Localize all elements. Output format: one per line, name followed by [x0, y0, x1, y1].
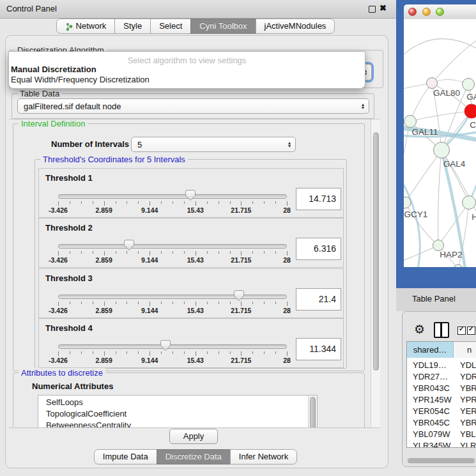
slider-tick	[196, 302, 196, 306]
network-node-label: H	[472, 212, 476, 222]
bottom-tab-bar: Impute DataDiscretize DataInfer Network	[0, 449, 391, 466]
cell-name: YBR0	[460, 417, 476, 429]
slider-tick	[150, 201, 150, 206]
threshold-slider-thumb[interactable]	[185, 190, 196, 201]
combo-value: galFiltered.sif default node	[24, 102, 121, 111]
settings-scrollbar-thumb[interactable]	[373, 132, 379, 371]
bottom-tab-discretize-data[interactable]: Discretize Data	[157, 449, 231, 464]
zoom-traffic-light[interactable]	[436, 8, 444, 16]
table-row[interactable]: YPR145WYPR1	[407, 394, 476, 406]
float-window-icon[interactable]	[369, 6, 376, 13]
attribute-list-item[interactable]: BetweennessCentrality	[38, 420, 317, 428]
attribute-list-item[interactable]: TopologicalCoefficient	[38, 408, 317, 420]
slider-tick	[241, 351, 242, 356]
table-row[interactable]: YBR043CYBR0	[407, 383, 476, 394]
slider-tick	[184, 351, 185, 354]
table-row[interactable]: YDL19…YDL1	[407, 360, 476, 371]
bottom-tab-infer-network[interactable]: Infer Network	[230, 449, 297, 464]
slider-tick	[196, 351, 196, 356]
threshold-slider-track[interactable]	[58, 295, 287, 299]
network-node[interactable]	[404, 116, 417, 128]
slider-tick	[70, 302, 70, 304]
threshold-slider-track[interactable]	[58, 194, 287, 199]
table-row[interactable]: YLR345WYLR3	[407, 440, 476, 448]
table-row[interactable]: YER054CYER0	[407, 406, 476, 417]
threshold-slider-track[interactable]	[58, 344, 287, 349]
slider-tick	[70, 251, 70, 254]
table-row[interactable]: YDR27…YDR2	[407, 371, 476, 383]
slider-tick	[252, 251, 253, 254]
column-header-shared-name[interactable]: shared…	[407, 342, 454, 358]
combo-arrows-icon: ▴▾	[288, 141, 291, 148]
tab-style[interactable]: Style	[114, 19, 151, 34]
checkbox-icon[interactable]	[457, 326, 466, 335]
column-layout-icon[interactable]	[434, 322, 449, 338]
table-data-combobox[interactable]: galFiltered.sif default node ▴▾	[17, 98, 369, 114]
slider-tick-label: 15.43	[187, 307, 204, 314]
slider-tick	[138, 201, 139, 204]
threshold-panel-1: Threshold 1-3.4262.8599.14415.4321.71528…	[38, 168, 344, 218]
attribute-list-item[interactable]: SelfLoops	[38, 397, 317, 408]
slider-tick	[264, 201, 265, 204]
network-canvas[interactable]: GAL80GACGAL11GAL4GCY1HHAP2	[404, 19, 476, 267]
network-node[interactable]	[427, 78, 438, 89]
table-row[interactable]: YBL079WYBL0	[407, 429, 476, 440]
tab-label: Style	[123, 19, 142, 33]
network-node[interactable]	[433, 240, 444, 251]
list-scrollbar-thumb[interactable]	[310, 397, 316, 428]
tab-jactivemnodules[interactable]: jActiveMNodules	[256, 19, 335, 34]
cell-shared-name: YDL19…	[413, 360, 447, 371]
close-icon[interactable]: ✖	[380, 3, 387, 13]
slider-tick	[287, 302, 288, 306]
list-scrollbar[interactable]	[308, 395, 317, 428]
slider-tick	[264, 351, 265, 354]
threshold-value-field[interactable]: 6.316	[296, 238, 341, 260]
close-traffic-light[interactable]	[408, 8, 417, 16]
network-node[interactable]	[463, 79, 475, 91]
network-edge	[404, 39, 476, 58]
network-window-titlebar[interactable]	[404, 4, 476, 20]
network-node[interactable]	[463, 196, 476, 210]
network-node[interactable]	[434, 142, 450, 158]
table-h-scrollbar[interactable]	[406, 457, 476, 464]
threshold-slider-thumb[interactable]	[123, 240, 135, 251]
network-node[interactable]	[464, 104, 476, 118]
node-table[interactable]: shared… n YDL19…YDL1YDR27…YDR2YBR043CYBR…	[406, 341, 476, 448]
threshold-slider-thumb[interactable]	[160, 340, 171, 351]
slider-tick	[287, 351, 288, 356]
slider-tick	[138, 351, 139, 354]
minimize-traffic-light[interactable]	[422, 8, 431, 16]
threshold-value-field[interactable]: 11.344	[296, 338, 341, 360]
slider-tick-label: 21.715	[231, 357, 251, 364]
table-row[interactable]: YBR045CYBR0	[407, 417, 476, 429]
column-header-name[interactable]: n	[454, 342, 476, 358]
network-view-window: GAL80GACGAL11GAL4GCY1HHAP2	[396, 0, 476, 288]
slider-tick-label: 2.859	[95, 357, 112, 364]
threshold-slider-thumb[interactable]	[233, 290, 245, 302]
num-intervals-combobox[interactable]: 5 ▴▾	[131, 137, 296, 152]
gear-icon[interactable]: ⚙	[414, 322, 425, 337]
slider-tick	[219, 302, 219, 304]
cell-name: YLR3	[460, 440, 476, 448]
tab-label: Select	[159, 19, 182, 33]
checkbox-icon[interactable]	[467, 326, 475, 335]
attributes-list[interactable]: SelfLoopsTopologicalCoefficientBetweenne…	[38, 395, 318, 428]
table-h-scrollbar-thumb[interactable]	[408, 458, 475, 463]
network-edge	[432, 37, 476, 83]
control-panel-titlebar: Control Panel ✖	[0, 0, 396, 19]
slider-tick	[241, 201, 242, 206]
slider-tick	[81, 201, 82, 204]
slider-tick-label: -3.426	[49, 256, 68, 264]
apply-button[interactable]: Apply	[169, 429, 218, 444]
settings-scrollbar[interactable]	[371, 119, 380, 427]
threshold-value-field[interactable]: 21.4	[296, 288, 341, 311]
tab-network[interactable]: Network	[56, 19, 116, 34]
dropdown-option-manual-discretization[interactable]: Manual Discretization	[11, 65, 96, 75]
threshold-value-field[interactable]: 14.713	[296, 188, 341, 210]
tab-cyni-toolbox[interactable]: Cyni Toolbox	[190, 19, 256, 34]
slider-tick	[275, 302, 276, 304]
tab-select[interactable]: Select	[150, 19, 191, 34]
bottom-tab-impute-data[interactable]: Impute Data	[94, 449, 157, 464]
dropdown-option-equal-width-frequency-discretization[interactable]: Equal Width/Frequency Discretization	[11, 75, 150, 85]
threshold-slider-track[interactable]	[58, 244, 287, 249]
